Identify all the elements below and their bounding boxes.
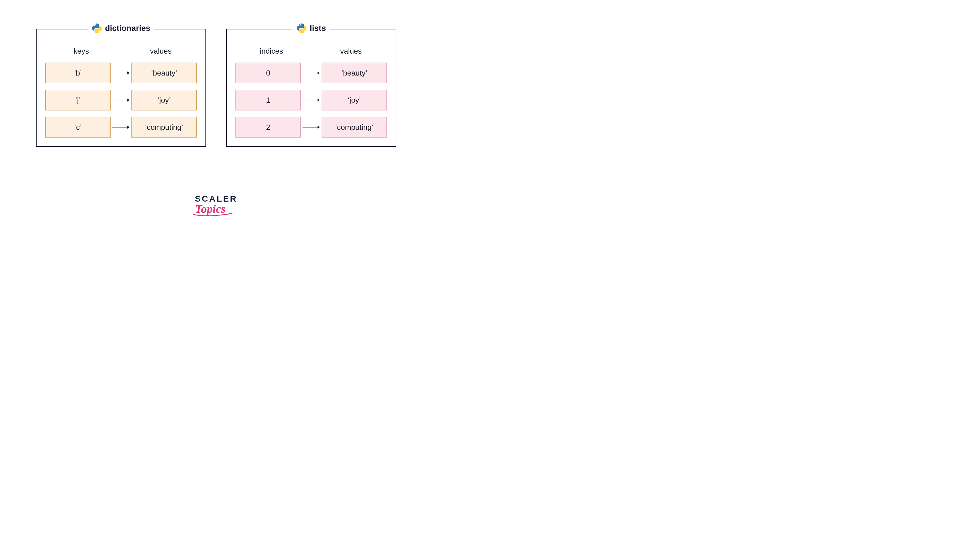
dict-row: ‘c’ ‘computing’ [45,117,197,137]
list-value-cell: ‘computing’ [321,117,387,137]
python-logo-icon [92,23,102,34]
dict-key-cell: ‘j’ [45,90,111,110]
svg-marker-9 [318,99,320,102]
panel-legend-dictionaries: dictionaries [88,23,154,34]
dict-value-cell: ‘joy’ [131,90,197,110]
panel-dictionaries: dictionaries keys values ‘b’ ‘beauty’ ‘j… [36,29,206,147]
arrow-icon [302,127,320,128]
dict-key-cell: ‘c’ [45,117,111,137]
header-values: values [128,47,194,56]
dict-row: ‘j’ ‘joy’ [45,90,197,110]
svg-marker-5 [127,126,130,129]
list-row: 1 ‘joy’ [235,90,387,110]
list-index-cell: 0 [235,62,301,83]
dict-key-cell: ‘b’ [45,62,111,83]
list-row: 2 ‘computing’ [235,117,387,137]
svg-marker-11 [318,126,320,129]
diagram-panels: dictionaries keys values ‘b’ ‘beauty’ ‘j… [0,0,432,158]
dict-row: ‘b’ ‘beauty’ [45,62,197,83]
logo-scaler-text: SCALER [192,194,240,204]
column-headers: indices values [235,47,387,56]
header-values: values [318,47,384,56]
panel-title: dictionaries [105,24,150,33]
arrow-icon [302,100,320,101]
svg-marker-3 [127,99,130,102]
list-row: 0 ‘beauty’ [235,62,387,83]
list-value-cell: ‘beauty’ [321,62,387,83]
python-logo-icon [296,23,307,34]
dict-value-cell: ‘beauty’ [131,62,197,83]
header-indices: indices [238,47,305,56]
panel-title: lists [310,24,326,33]
svg-marker-1 [127,72,130,74]
arrow-icon [112,127,130,128]
arrow-icon [112,73,130,73]
svg-text:Topics: Topics [195,203,225,215]
svg-marker-7 [318,72,320,74]
column-headers: keys values [45,47,197,56]
arrow-icon [112,100,130,101]
panel-legend-lists: lists [293,23,330,34]
list-index-cell: 1 [235,90,301,110]
panel-lists: lists indices values 0 ‘beauty’ 1 ‘joy’ … [226,29,396,147]
scaler-topics-logo: SCALER Topics [192,194,240,218]
header-keys: keys [48,47,115,56]
arrow-icon [302,73,320,73]
list-index-cell: 2 [235,117,301,137]
list-value-cell: ‘joy’ [321,90,387,110]
logo-topics-text: Topics [192,202,240,218]
dict-value-cell: ‘computing’ [131,117,197,137]
